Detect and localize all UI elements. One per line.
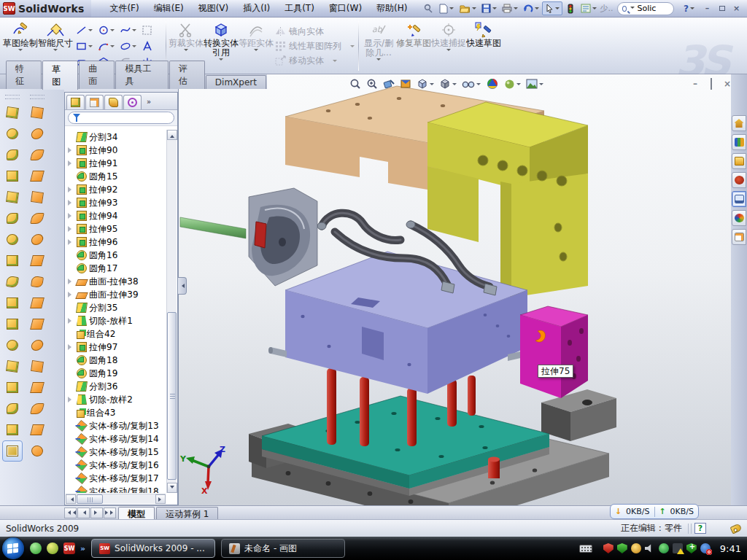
quick-snaps-button[interactable]: 快速捕捉 [431,20,466,72]
scroll-right-icon[interactable] [155,494,166,504]
feature-manager-tab[interactable] [66,95,85,109]
expand-arrow-icon[interactable] [68,226,74,232]
revolved-surface-icon[interactable] [27,123,47,144]
panel-tabs-overflow-icon[interactable]: » [142,95,155,109]
circle-icon[interactable] [96,22,118,38]
tree-item[interactable]: 拉伸95 [66,222,166,236]
linear-pattern-icon[interactable] [2,250,23,271]
appearances-icon[interactable] [732,210,746,226]
tree-item[interactable]: 拉伸90 [66,144,166,157]
expand-arrow-icon[interactable] [68,318,74,324]
quick-launch-overflow-icon[interactable]: » [80,544,85,553]
dome-icon[interactable] [27,419,47,440]
tree-item[interactable]: 分割34 [66,131,166,144]
panel-collapse-arrow[interactable] [178,277,187,295]
minimize-button[interactable]: – [701,3,713,14]
replace-face-icon[interactable] [27,292,47,314]
tree-item[interactable]: 拉伸92 [66,183,166,196]
design-library-icon[interactable] [732,134,746,150]
expand-arrow-icon[interactable] [68,292,74,298]
offset-surface-icon[interactable] [27,229,47,250]
search-input[interactable] [637,4,669,13]
scroll-thumb[interactable] [167,312,177,480]
undo-icon[interactable] [521,1,541,15]
tree-item[interactable]: 切除-放样1 [66,314,166,327]
open-folder-icon[interactable] [457,1,478,15]
tree-item[interactable]: 组合43 [66,406,166,419]
tree-item[interactable]: 分割35 [66,301,166,314]
help-button[interactable]: ? [678,1,699,15]
tree-item[interactable]: 圆角18 [66,354,166,367]
menu-item[interactable]: 窗口(W) [322,1,368,16]
tree-item[interactable]: 拉伸97 [66,341,166,354]
quick-tips-icon[interactable]: ? [694,523,706,534]
expand-arrow-icon[interactable] [68,160,74,166]
text-icon[interactable] [140,38,162,54]
command-tab[interactable]: DimXpert [206,75,266,89]
swept-surface-icon[interactable] [27,102,47,123]
trim-box-icon[interactable] [140,22,162,38]
tree-item[interactable]: 分割36 [66,380,166,393]
expand-arrow-icon[interactable] [68,187,74,192]
truncated-toolbar-item[interactable]: 少.. [600,3,613,14]
thicken-icon[interactable] [27,398,47,419]
tree-item[interactable]: 曲面-拉伸39 [66,288,166,301]
voip-icon[interactable] [659,543,669,553]
expand-arrow-icon[interactable] [68,200,74,206]
tree-item[interactable]: 组合42 [66,327,166,341]
plane-icon[interactable] [2,377,23,398]
restore-button[interactable] [716,3,728,14]
mirror-entities-button[interactable]: 镜向实体 [275,25,355,38]
close-button[interactable]: × [730,3,743,14]
zoom-selection-icon[interactable] [382,77,396,91]
rib-icon[interactable] [2,187,23,208]
menu-item[interactable]: 文件(F) [103,1,145,16]
view-settings-icon[interactable] [525,77,545,91]
tree-item[interactable]: 圆角16 [66,249,166,262]
doc-tab[interactable]: 运动算例 1 [156,507,218,519]
menu-item[interactable]: 工具(T) [278,1,321,16]
scroll-left-icon[interactable] [66,494,76,504]
offset-entities-button[interactable]: 等距实体 [239,20,274,72]
arc-icon[interactable] [96,38,118,54]
ruled-surface-icon[interactable] [27,250,47,271]
menu-item[interactable]: 视图(V) [192,1,236,16]
rectangle-icon[interactable] [74,38,96,54]
hide-show-items-icon[interactable] [460,77,482,91]
reference-geometry-icon[interactable] [2,356,23,377]
options-list-icon[interactable] [578,1,599,15]
tree-item[interactable]: 拉伸94 [66,209,166,222]
wireless-warning-icon[interactable] [673,543,683,553]
curve-icon[interactable] [2,398,23,419]
scroll-up-icon[interactable] [167,130,177,140]
delete-body-icon[interactable] [2,335,23,356]
prev-tab-icon[interactable] [77,508,90,518]
apply-scene-icon[interactable] [503,77,522,91]
volume-icon[interactable] [645,543,655,553]
fillet-icon[interactable] [2,144,23,166]
expand-arrow-icon[interactable] [68,213,74,219]
planar-surface-icon[interactable] [27,208,47,229]
next-tab-icon[interactable] [90,508,103,518]
taskbar-button[interactable]: SW SolidWorks 2009 - ... [91,539,215,558]
doc-tab[interactable]: 模型 [118,507,155,519]
file-explorer-icon[interactable] [732,153,746,169]
tree-item[interactable]: 实体-移动/复制18 [66,485,166,493]
tree-item[interactable]: 拉伸91 [66,157,166,170]
move-entities-button[interactable]: 移动实体 [275,54,355,67]
spline-icon[interactable] [2,419,23,440]
extruded-boss-icon[interactable] [2,102,23,123]
tree-filter-input[interactable] [68,112,174,124]
expand-arrow-icon[interactable] [68,279,74,284]
section-view-icon[interactable] [398,77,413,91]
tree-item[interactable]: 实体-移动/复制15 [66,446,166,459]
hole-wizard-icon[interactable] [2,229,23,250]
tree-item[interactable]: 圆角17 [66,262,166,275]
first-tab-icon[interactable] [64,508,77,518]
sync-blocked-icon[interactable] [700,543,711,553]
start-button[interactable] [2,537,24,559]
doc-restore-button[interactable] [705,79,717,89]
menu-item[interactable]: 插入(I) [236,1,276,16]
shell-icon[interactable] [2,208,23,229]
certificate-icon[interactable] [631,543,641,553]
